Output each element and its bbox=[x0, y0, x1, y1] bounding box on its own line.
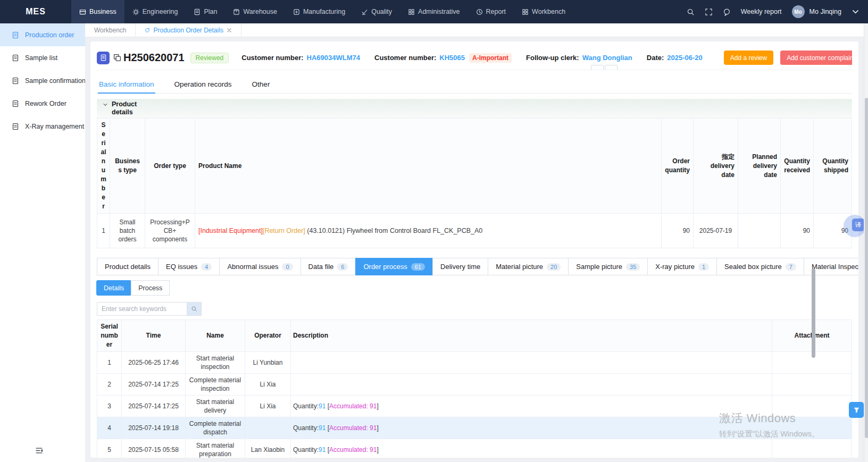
content-area: WorkbenchProduction Order Details H25062… bbox=[85, 23, 868, 462]
sidebar-item-sample-confirmation-list[interactable]: Sample confirmation list bbox=[0, 69, 85, 92]
search-icon[interactable] bbox=[687, 8, 695, 16]
order-field: Follow-up clerk:Wang Donglian bbox=[526, 53, 632, 63]
translate-button[interactable]: 译 bbox=[852, 219, 864, 231]
weekly-report-link[interactable]: Weekly report bbox=[741, 8, 782, 15]
tab-order-process[interactable]: Order process61 bbox=[355, 258, 433, 275]
process-row[interactable]: 42025-07-14 19:18Complete material dispa… bbox=[97, 417, 852, 439]
sidebar-item-label: Sample list bbox=[25, 54, 57, 62]
tab-delivery-time[interactable]: Delivery time bbox=[432, 258, 488, 275]
doc-icon bbox=[12, 100, 19, 107]
factory-icon bbox=[293, 9, 300, 15]
tab-label: Data file bbox=[308, 263, 334, 271]
doc-icon bbox=[12, 54, 19, 62]
sidebar-item-sample-list[interactable]: Sample list bbox=[0, 46, 85, 69]
cell-appointed-date: 2025-07-19 bbox=[694, 214, 738, 248]
product-col-header: Quantity shipped bbox=[814, 119, 852, 214]
mini-box[interactable] bbox=[591, 65, 604, 70]
tab-basic-information[interactable]: Basic information bbox=[98, 74, 155, 93]
cell-name: Complete material inspection bbox=[186, 374, 245, 396]
page-scrollbar[interactable] bbox=[864, 23, 868, 462]
tab-count-badge: 61 bbox=[411, 263, 425, 271]
nav-item-quality[interactable]: Quality bbox=[353, 0, 400, 23]
sidebar-item-label: X-Ray management bbox=[25, 123, 84, 130]
nav-item-manufacturing[interactable]: Manufacturing bbox=[285, 0, 353, 23]
nav-item-engineering[interactable]: Engineering bbox=[124, 0, 186, 23]
tab-details[interactable]: Details bbox=[96, 280, 131, 296]
tab-process[interactable]: Process bbox=[131, 280, 170, 296]
product-row[interactable]: 1Small batch ordersProcessing+PCB+ compo… bbox=[97, 214, 852, 248]
chevron-down-icon[interactable] bbox=[852, 8, 859, 16]
grid-icon bbox=[408, 9, 415, 15]
message-icon[interactable] bbox=[723, 8, 731, 16]
tab-count-badge: 1 bbox=[698, 263, 709, 271]
cell-attachment bbox=[772, 439, 852, 458]
tab-label: Material picture bbox=[496, 263, 543, 271]
tab-eq-issues[interactable]: EQ issues4 bbox=[158, 258, 220, 275]
button-add-customer-complaints[interactable]: Add customer complaints bbox=[780, 51, 852, 65]
box-icon bbox=[233, 9, 240, 15]
nav-item-plan[interactable]: Plan bbox=[186, 0, 225, 23]
nav-item-warehouse[interactable]: Warehouse bbox=[225, 0, 285, 23]
field-label: Follow-up clerk: bbox=[526, 54, 579, 62]
username[interactable]: Mo Jinqing bbox=[809, 8, 841, 15]
tab-count-badge: 7 bbox=[786, 263, 796, 271]
page-scrollbar-thumb[interactable] bbox=[865, 98, 868, 438]
nav-item-label: Quality bbox=[371, 8, 392, 15]
process-row[interactable]: 32025-07-14 17:25Start material delivery… bbox=[97, 396, 852, 417]
tab-material-picture[interactable]: Material picture20 bbox=[488, 258, 569, 275]
search-input[interactable] bbox=[97, 302, 187, 316]
filter-button[interactable] bbox=[849, 402, 864, 418]
button-add-a-review[interactable]: Add a review bbox=[724, 51, 773, 65]
search-button[interactable] bbox=[187, 302, 202, 316]
cell-attachment bbox=[772, 374, 852, 396]
field-label: Customer number: bbox=[374, 54, 436, 62]
tab-sample-picture[interactable]: Sample picture35 bbox=[568, 258, 648, 275]
tab-other[interactable]: Other bbox=[251, 74, 271, 93]
copy-icon[interactable] bbox=[113, 54, 121, 62]
nav-item-administrative[interactable]: Administrative bbox=[400, 0, 468, 23]
sidebar-item-x-ray-management[interactable]: X-Ray management bbox=[0, 115, 85, 138]
tab-workbench[interactable]: Workbench bbox=[85, 23, 136, 37]
cell-name: Start material preparation bbox=[186, 439, 245, 458]
tab-data-file[interactable]: Data file6 bbox=[301, 258, 356, 275]
nav-item-business[interactable]: Business bbox=[71, 0, 124, 23]
sidebar-item-production-order[interactable]: Production order bbox=[0, 23, 85, 46]
fullscreen-icon[interactable] bbox=[705, 8, 713, 16]
mini-box[interactable] bbox=[605, 65, 617, 70]
top-navigation: MES BusinessEngineeringPlanWarehouseManu… bbox=[0, 0, 868, 23]
nav-item-report[interactable]: Report bbox=[468, 0, 514, 23]
process-row[interactable]: 22025-07-14 17:25Complete material inspe… bbox=[97, 374, 852, 396]
table-scrollbar-thumb[interactable] bbox=[812, 268, 815, 358]
sidebar-item-rework-order[interactable]: Rework Order bbox=[0, 92, 85, 115]
status-badge: Reviewed bbox=[190, 53, 229, 63]
process-row[interactable]: 52025-07-15 05:58Start material preparat… bbox=[97, 439, 852, 458]
process-col-header: Serial number bbox=[97, 320, 122, 352]
collapse-sidebar-icon[interactable] bbox=[0, 440, 85, 462]
avatar[interactable]: Mo bbox=[792, 5, 805, 18]
refresh-icon bbox=[145, 28, 150, 33]
nav-item-label: Warehouse bbox=[243, 8, 277, 15]
doc-icon bbox=[12, 123, 19, 130]
check-icon bbox=[361, 9, 368, 15]
cell-description bbox=[291, 352, 772, 374]
nav-item-workbench[interactable]: Workbench bbox=[514, 0, 573, 23]
tab-label: Product details bbox=[105, 263, 151, 271]
process-row[interactable]: 12025-06-25 17:46Start material inspecti… bbox=[97, 352, 852, 374]
nav-item-label: Manufacturing bbox=[303, 8, 345, 15]
order-doc-icon bbox=[97, 52, 110, 64]
tab-x-ray-picture[interactable]: X-ray picture1 bbox=[647, 258, 717, 275]
nav-item-label: Report bbox=[486, 8, 506, 15]
tab-sealed-box-picture[interactable]: Sealed box picture7 bbox=[716, 258, 804, 275]
product-col-header: 指定 delivery date bbox=[694, 119, 738, 214]
cell-time: 2025-07-14 19:18 bbox=[122, 417, 186, 439]
doc-icon bbox=[12, 77, 19, 85]
cell-time: 2025-07-14 17:25 bbox=[122, 374, 186, 396]
sidebar: Production orderSample listSample confir… bbox=[0, 23, 85, 462]
cell-operator: Li Yunbian bbox=[245, 352, 291, 374]
tab-abnormal-issues[interactable]: Abnormal issues0 bbox=[219, 258, 301, 275]
product-details-section-header[interactable]: Product details bbox=[97, 99, 852, 118]
tab-product-details[interactable]: Product details bbox=[97, 258, 158, 275]
tab-operation-records[interactable]: Operation records bbox=[173, 74, 233, 93]
tab-count-badge: 35 bbox=[626, 263, 640, 271]
tab-production-order-details[interactable]: Production Order Details bbox=[136, 23, 241, 37]
